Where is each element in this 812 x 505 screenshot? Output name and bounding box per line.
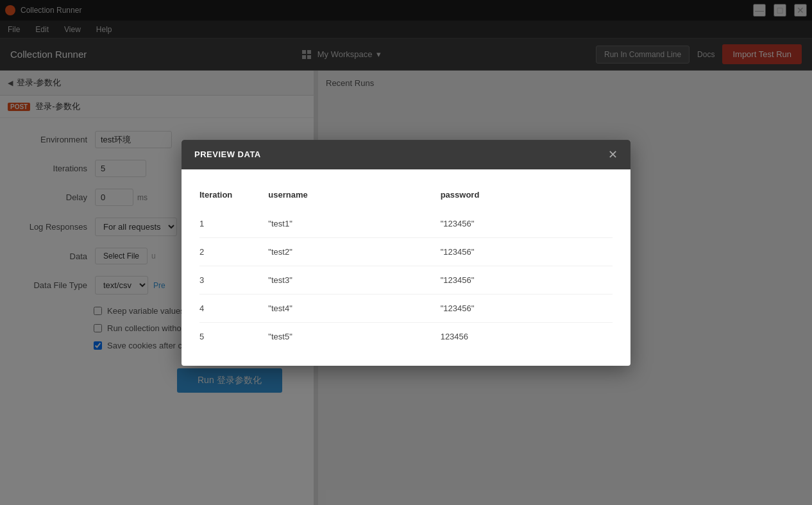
table-row: 2 "test2" "123456" (199, 237, 613, 266)
table-row: 4 "test4" "123456" (199, 294, 613, 322)
cell-username-1: "test1" (268, 210, 440, 238)
modal-title: PREVIEW DATA (194, 150, 261, 159)
cell-password-1: "123456" (441, 210, 613, 238)
cell-iteration-5: 5 (199, 322, 268, 350)
modal-header: PREVIEW DATA ✕ (182, 140, 630, 169)
modal-overlay[interactable]: PREVIEW DATA ✕ Iteration username passwo… (0, 0, 812, 505)
modal-body: Iteration username password 1 "test1" "1… (182, 169, 630, 366)
preview-table: Iteration username password 1 "test1" "1… (199, 185, 613, 350)
col-header-iteration: Iteration (199, 185, 268, 210)
cell-username-3: "test3" (268, 266, 440, 294)
table-row: 3 "test3" "123456" (199, 266, 613, 294)
cell-password-2: "123456" (441, 237, 613, 266)
cell-iteration-3: 3 (199, 266, 268, 294)
cell-iteration-2: 2 (199, 237, 268, 266)
preview-data-modal: PREVIEW DATA ✕ Iteration username passwo… (182, 140, 630, 366)
cell-username-2: "test2" (268, 237, 440, 266)
cell-iteration-1: 1 (199, 210, 268, 238)
table-row: 5 "test5" 123456 (199, 322, 613, 350)
cell-iteration-4: 4 (199, 294, 268, 322)
cell-username-5: "test5" (268, 322, 440, 350)
cell-username-4: "test4" (268, 294, 440, 322)
modal-close-button[interactable]: ✕ (608, 149, 618, 160)
col-header-username: username (268, 185, 440, 210)
cell-password-4: "123456" (441, 294, 613, 322)
cell-password-5: 123456 (441, 322, 613, 350)
table-row: 1 "test1" "123456" (199, 210, 613, 238)
cell-password-3: "123456" (441, 266, 613, 294)
col-header-password: password (441, 185, 613, 210)
